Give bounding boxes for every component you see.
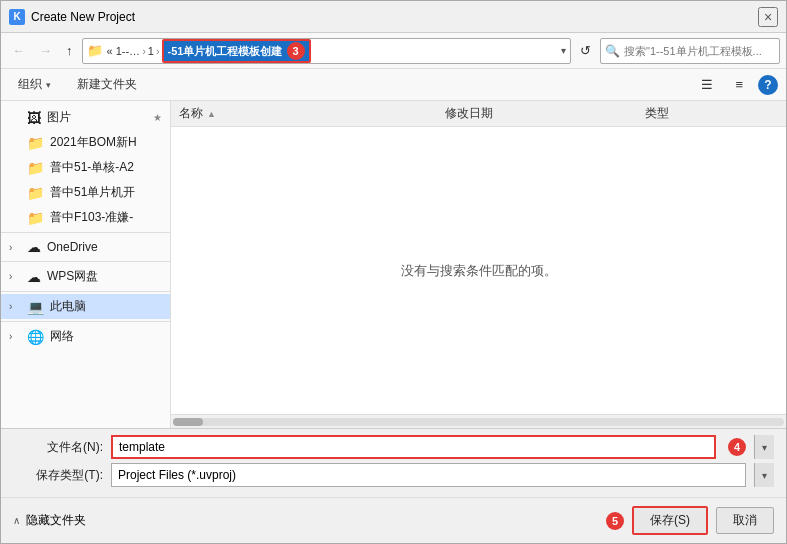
filetype-dropdown-button[interactable]: ▾ (754, 463, 774, 487)
search-input[interactable] (624, 45, 775, 57)
horizontal-scrollbar[interactable] (171, 414, 786, 428)
sidebar-item-bom[interactable]: 📁 2021年BOM新H (1, 130, 170, 155)
pzf103-folder-icon: 📁 (27, 210, 44, 226)
sidebar-item-pz51-label: 普中51-单核-A2 (50, 159, 162, 176)
sidebar-item-pz51-single[interactable]: 📁 普中51-单核-A2 (1, 155, 170, 180)
pin-icon: ★ (153, 112, 162, 123)
organize-label: 组织 (18, 76, 42, 93)
filetype-input[interactable] (112, 464, 745, 486)
breadcrumb-item-1: « 1--… (107, 45, 141, 57)
sidebar-item-pz51o-label: 普中51单片机开 (50, 184, 162, 201)
sidebar-item-thispc[interactable]: › 💻 此电脑 (1, 294, 170, 319)
organize-button[interactable]: 组织 ▾ (9, 72, 60, 97)
search-bar[interactable]: 🔍 (600, 38, 780, 64)
breadcrumb-sep-2: › (156, 45, 160, 57)
sidebar-divider-2 (1, 261, 170, 262)
expand-arrow-icon: ∧ (13, 515, 20, 526)
breadcrumb-sep-1: › (142, 45, 146, 57)
forward-button[interactable]: → (34, 40, 57, 61)
pz51-folder-icon: 📁 (27, 160, 44, 176)
filetype-row: 保存类型(T): ▾ (13, 463, 774, 487)
badge-4: 4 (728, 438, 746, 456)
close-button[interactable]: × (758, 7, 778, 27)
filename-label: 文件名(N): (13, 439, 103, 456)
folder-icon: 📁 (87, 43, 103, 58)
address-dropdown-button[interactable]: ▾ (561, 45, 566, 56)
new-folder-button[interactable]: 新建文件夹 (68, 72, 146, 97)
expand-icon-net: › (9, 331, 21, 342)
sidebar-divider-3 (1, 291, 170, 292)
sidebar-item-wps-label: WPS网盘 (47, 268, 162, 285)
main-area: 🖼 图片 ★ 📁 2021年BOM新H 📁 普中51-单核-A2 📁 普中51单… (1, 101, 786, 428)
action-bar: ∧ 隐藏文件夹 5 保存(S) 取消 (1, 497, 786, 543)
breadcrumb-item-2: 1 (148, 45, 154, 57)
save-button[interactable]: 保存(S) (632, 506, 708, 535)
filetype-input-wrapper[interactable] (111, 463, 746, 487)
help-button[interactable]: ? (758, 75, 778, 95)
sidebar: 🖼 图片 ★ 📁 2021年BOM新H 📁 普中51-单核-A2 📁 普中51单… (1, 101, 171, 428)
wps-icon: ☁ (27, 269, 41, 285)
empty-message: 没有与搜索条件匹配的项。 (401, 262, 557, 280)
sidebar-item-onedrive-label: OneDrive (47, 240, 162, 254)
refresh-button[interactable]: ↺ (575, 40, 596, 61)
col-name[interactable]: 名称 ▲ (179, 105, 445, 122)
file-list-header: 名称 ▲ 修改日期 类型 (171, 101, 786, 127)
sidebar-item-bom-label: 2021年BOM新H (50, 134, 162, 151)
col-name-sort-icon: ▲ (207, 109, 216, 119)
sidebar-item-network[interactable]: › 🌐 网络 (1, 324, 170, 349)
col-date[interactable]: 修改日期 (445, 105, 645, 122)
address-bar[interactable]: 📁 « 1--… › 1 › -51单片机工程模板创建3 ▾ (82, 38, 572, 64)
toolbar: 组织 ▾ 新建文件夹 ☰ ≡ ? (1, 69, 786, 101)
sidebar-item-pzf103-label: 普中F103-准嫌- (50, 209, 162, 226)
network-icon: 🌐 (27, 329, 44, 345)
app-icon: K (9, 9, 25, 25)
filetype-label: 保存类型(T): (13, 467, 103, 484)
bom-folder-icon: 📁 (27, 135, 44, 151)
expand-icon-wps: › (9, 271, 21, 282)
hide-section: ∧ 隐藏文件夹 (13, 512, 86, 529)
pictures-folder-icon: 🖼 (27, 110, 41, 126)
nav-bar: ← → ↑ 📁 « 1--… › 1 › -51单片机工程模板创建3 ▾ ↺ 🔍 (1, 33, 786, 69)
back-button[interactable]: ← (7, 40, 30, 61)
badge-3: 3 (287, 42, 305, 60)
col-date-label: 修改日期 (445, 105, 493, 122)
filename-input[interactable] (113, 437, 714, 457)
filename-input-wrapper[interactable] (111, 435, 716, 459)
sidebar-item-pz51-open[interactable]: 📁 普中51单片机开 (1, 180, 170, 205)
pz51o-folder-icon: 📁 (27, 185, 44, 201)
badge-5: 5 (606, 512, 624, 530)
thispc-icon: 💻 (27, 299, 44, 315)
view-list-button[interactable]: ≡ (728, 73, 750, 96)
sidebar-divider-4 (1, 321, 170, 322)
dialog-title: Create New Project (31, 10, 758, 24)
breadcrumb-item-current: -51单片机工程模板创建3 (162, 39, 311, 63)
sidebar-item-network-label: 网络 (50, 328, 162, 345)
filename-dropdown-button[interactable]: ▾ (754, 435, 774, 459)
sidebar-item-pzf103[interactable]: 📁 普中F103-准嫌- (1, 205, 170, 230)
sidebar-item-wps[interactable]: › ☁ WPS网盘 (1, 264, 170, 289)
dialog-window: K Create New Project × ← → ↑ 📁 « 1--… › … (0, 0, 787, 544)
file-list-content: 没有与搜索条件匹配的项。 (171, 127, 786, 414)
sidebar-item-pictures-label: 图片 (47, 109, 147, 126)
search-icon: 🔍 (605, 44, 620, 58)
sidebar-divider-1 (1, 232, 170, 233)
organize-arrow: ▾ (46, 80, 51, 90)
sidebar-item-pictures[interactable]: 🖼 图片 ★ (1, 105, 170, 130)
title-bar: K Create New Project × (1, 1, 786, 33)
cancel-button[interactable]: 取消 (716, 507, 774, 534)
file-area: 名称 ▲ 修改日期 类型 没有与搜索条件匹配的项。 (171, 101, 786, 428)
breadcrumb: « 1--… › 1 › -51单片机工程模板创建3 (107, 39, 558, 63)
col-name-label: 名称 (179, 105, 203, 122)
col-type[interactable]: 类型 (645, 105, 778, 122)
col-type-label: 类型 (645, 106, 669, 120)
hide-label: 隐藏文件夹 (26, 512, 86, 529)
scroll-track (173, 418, 784, 426)
expand-icon-od: › (9, 242, 21, 253)
sidebar-item-onedrive[interactable]: › ☁ OneDrive (1, 235, 170, 259)
view-button[interactable]: ☰ (694, 73, 720, 96)
up-button[interactable]: ↑ (61, 40, 78, 61)
scroll-thumb (173, 418, 203, 426)
filename-row: 文件名(N): 4 ▾ (13, 435, 774, 459)
expand-icon-pc: › (9, 301, 21, 312)
onedrive-icon: ☁ (27, 239, 41, 255)
